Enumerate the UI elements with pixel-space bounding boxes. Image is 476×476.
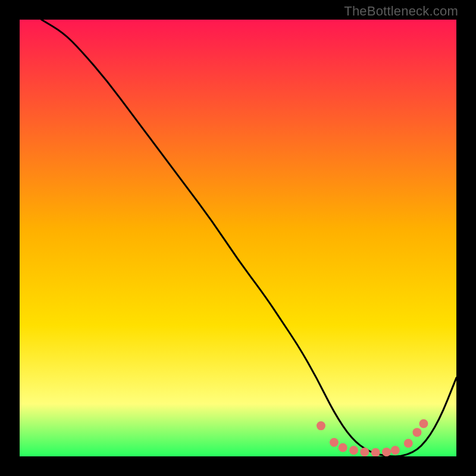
curve-dot bbox=[349, 446, 358, 455]
curve-dot bbox=[317, 421, 325, 430]
curve-dot bbox=[330, 438, 339, 447]
curve-dot bbox=[419, 419, 428, 428]
gradient-background bbox=[20, 20, 456, 456]
curve-dot bbox=[360, 447, 369, 456]
bottleneck-curve-chart bbox=[20, 20, 456, 456]
curve-dot bbox=[391, 446, 400, 455]
curve-dot bbox=[382, 447, 391, 456]
curve-dot bbox=[412, 428, 421, 437]
curve-dot bbox=[339, 443, 347, 452]
watermark-text: TheBottleneck.com bbox=[344, 4, 458, 19]
curve-dot bbox=[404, 439, 413, 447]
outer-frame: TheBottleneck.com bbox=[0, 0, 476, 476]
plot-area bbox=[20, 20, 456, 456]
